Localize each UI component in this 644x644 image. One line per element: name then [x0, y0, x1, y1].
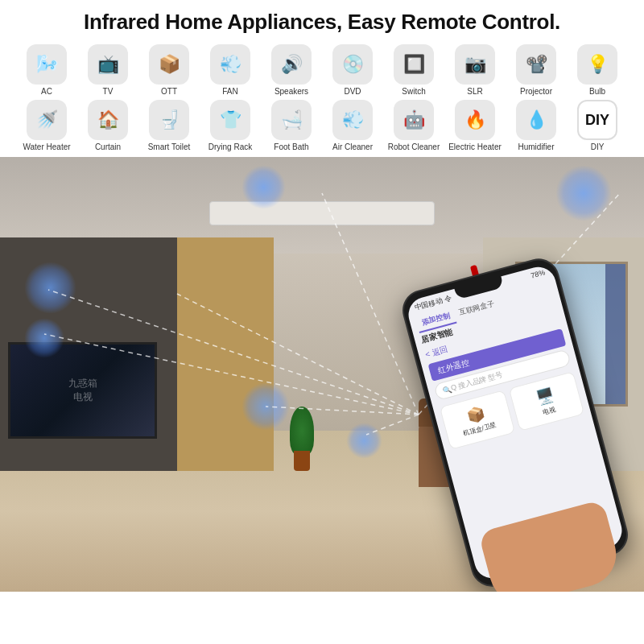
speakers-icon: 🔊 [271, 44, 312, 85]
plant-leaves [290, 407, 314, 455]
humidifier-icon: 💧 [516, 100, 556, 140]
glow-dot-6 [346, 423, 382, 459]
plant [290, 407, 314, 471]
settopbox-label: 机顶盒/卫星 [462, 420, 497, 438]
water-heater-icon: 🚿 [27, 100, 67, 140]
ott-icon: 📦 [149, 44, 189, 85]
drying-rack-label: Drying Rack [208, 142, 252, 152]
diy-label: DIY [591, 142, 605, 152]
appliance-speakers[interactable]: 🔊 Speakers [264, 44, 319, 97]
appliance-electric-heater[interactable]: 🔥 Electric Heater [448, 100, 502, 152]
appliance-curtain[interactable]: 🏠 Curtain [80, 100, 135, 152]
fan-label: FAN [222, 87, 237, 97]
electric-heater-label: Electric Heater [448, 142, 502, 152]
header: Infrared Home Appliances, Easy Remote Co… [0, 0, 644, 39]
curtain-icon: 🏠 [88, 100, 128, 140]
dvd-label: DVD [344, 87, 361, 97]
shelf [177, 237, 274, 471]
page-title: Infrared Home Appliances, Easy Remote Co… [8, 10, 636, 35]
appliance-water-heater[interactable]: 🚿 Water Heater [19, 100, 74, 152]
phone-grid-item-tv[interactable]: 🖥️ 电视 [509, 371, 584, 431]
projector-icon: 📽️ [516, 44, 556, 85]
foot-bath-icon: 🛁 [271, 100, 312, 140]
appliance-robot-cleaner[interactable]: 🤖 Robot Cleaner [386, 100, 441, 152]
appliance-projector[interactable]: 📽️ Projector [509, 44, 564, 97]
settopbox-icon: 📦 [465, 404, 487, 426]
dvd-icon: 💿 [332, 44, 373, 85]
bulb-icon: 💡 [577, 44, 617, 85]
drying-rack-icon: 👕 [210, 100, 250, 140]
glow-dot-5 [242, 382, 290, 431]
appliance-dvd[interactable]: 💿 DVD [325, 44, 380, 97]
phone-grid-item-settopbox[interactable]: 📦 机顶盒/卫星 [440, 390, 515, 450]
robot-cleaner-label: Robot Cleaner [388, 142, 440, 152]
tv-label: 电视 [542, 405, 556, 417]
robot-cleaner-icon: 🤖 [394, 100, 434, 140]
glow-dot-1 [555, 165, 612, 221]
ott-label: OTT [161, 87, 177, 97]
appliance-ott[interactable]: 📦 OTT [142, 44, 196, 97]
air-cleaner-label: Air Cleaner [332, 142, 373, 152]
appliances-row-1: 🌬️ AC 📺 TV 📦 OTT 💨 FAN 🔊 Speakers 💿 DVD … [8, 44, 636, 97]
phone-back-button[interactable]: < 返回 [424, 344, 449, 361]
page-container: Infrared Home Appliances, Easy Remote Co… [0, 0, 644, 644]
glow-dot-2 [242, 165, 286, 209]
ac-label: AC [41, 87, 52, 97]
fan-icon: 💨 [210, 44, 250, 85]
appliance-humidifier[interactable]: 💧 Humidifier [509, 100, 564, 152]
tv-icon: 🖥️ [535, 386, 556, 407]
diy-icon: DIY [577, 100, 617, 140]
water-heater-label: Water Heater [23, 142, 70, 152]
switch-icon: 🔲 [394, 44, 434, 85]
tv-screen: 九惑箱电视 [8, 342, 157, 439]
appliance-fan[interactable]: 💨 FAN [203, 44, 258, 97]
appliance-ac[interactable]: 🌬️ AC [19, 44, 74, 97]
appliance-switch[interactable]: 🔲 Switch [386, 44, 441, 97]
air-cleaner-icon: 💨 [332, 100, 373, 140]
humidifier-label: Humidifier [518, 142, 554, 152]
appliance-drying-rack[interactable]: 👕 Drying Rack [203, 100, 258, 152]
appliance-diy[interactable]: DIY DIY [570, 100, 625, 152]
glow-dot-3 [24, 262, 76, 314]
electric-heater-icon: 🔥 [455, 100, 495, 140]
curtain-label: Curtain [95, 142, 121, 152]
tv-display-text: 九惑箱电视 [68, 377, 97, 404]
foot-bath-label: Foot Bath [274, 142, 308, 152]
projector-label: Projector [520, 87, 552, 97]
bulb-label: Bulb [589, 87, 605, 97]
tv-wall: 九惑箱电视 [0, 237, 177, 471]
room-scene: 九惑箱电视 [0, 157, 644, 592]
switch-label: Switch [402, 87, 425, 97]
appliance-tv[interactable]: 📺 TV [80, 44, 135, 97]
smart-toilet-label: Smart Toilet [148, 142, 191, 152]
slr-label: SLR [467, 87, 482, 97]
appliance-foot-bath[interactable]: 🛁 Foot Bath [264, 100, 319, 152]
slr-icon: 📷 [455, 44, 495, 85]
ac-icon: 🌬️ [27, 44, 67, 85]
appliance-smart-toilet[interactable]: 🚽 Smart Toilet [142, 100, 196, 152]
tv-icon: 📺 [88, 44, 128, 85]
ac-unit [209, 201, 435, 225]
appliance-air-cleaner[interactable]: 💨 Air Cleaner [325, 100, 380, 152]
appliance-bulb[interactable]: 💡 Bulb [570, 44, 625, 97]
tv-label: TV [103, 87, 114, 97]
smart-toilet-icon: 🚽 [149, 100, 189, 140]
speakers-label: Speakers [275, 87, 308, 97]
appliances-row-2: 🚿 Water Heater 🏠 Curtain 🚽 Smart Toilet … [8, 100, 636, 152]
curtain-right [605, 264, 625, 404]
appliance-slr[interactable]: 📷 SLR [448, 44, 502, 97]
plant-pot [294, 451, 310, 471]
glow-dot-4 [24, 318, 64, 358]
appliances-grid: 🌬️ AC 📺 TV 📦 OTT 💨 FAN 🔊 Speakers 💿 DVD … [0, 39, 644, 157]
